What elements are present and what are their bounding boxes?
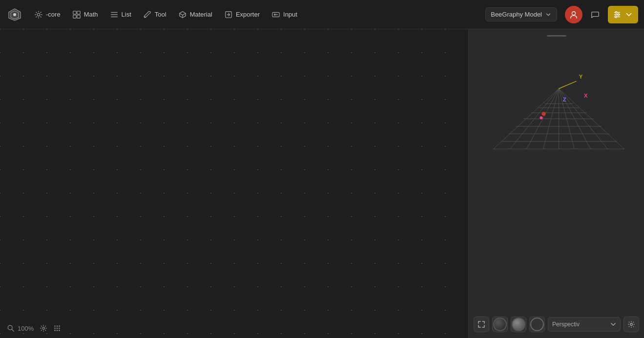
svg-point-25	[54, 325, 56, 327]
svg-point-21	[615, 16, 617, 18]
navbar-right	[565, 6, 638, 23]
input-icon	[271, 10, 280, 19]
zoom-control[interactable]: 100%	[7, 324, 34, 332]
svg-text:Y: Y	[579, 74, 583, 80]
navbar: -core Math List Tool Material	[0, 0, 644, 29]
viewport-separator	[547, 35, 566, 37]
svg-point-3	[37, 13, 40, 16]
grid-settings-button[interactable]	[53, 324, 61, 332]
gear-small-icon	[40, 324, 47, 332]
exporter-icon	[224, 10, 233, 19]
nav-item-material[interactable]: Material	[173, 7, 217, 22]
user-avatar-button[interactable]	[565, 6, 582, 23]
settings-dropdown-button[interactable]	[608, 6, 638, 23]
math-icon	[72, 10, 81, 19]
svg-point-32	[57, 330, 58, 331]
svg-rect-7	[77, 15, 80, 18]
svg-point-31	[54, 330, 56, 331]
viewport-perspective-selector[interactable]: Perspectiv	[548, 317, 621, 332]
nav-item-exporter[interactable]: Exporter	[219, 7, 265, 22]
3d-grid-scene: Y X Z	[483, 59, 634, 169]
svg-point-11	[144, 16, 145, 18]
svg-point-28	[54, 328, 56, 329]
nav-item-core[interactable]: -core	[29, 7, 65, 22]
viewport-3d[interactable]: Y X Z	[469, 29, 644, 338]
svg-point-24	[42, 327, 44, 329]
canvas-settings-button[interactable]	[40, 324, 47, 332]
svg-point-2	[13, 13, 16, 16]
viewport-sphere-wireframe-button[interactable]	[529, 317, 545, 332]
chat-button[interactable]	[586, 6, 604, 23]
fullscreen-icon	[478, 320, 485, 328]
viewport-sphere-solid-button[interactable]	[492, 317, 508, 332]
chevron-down-settings-icon	[624, 10, 633, 19]
material-icon	[178, 10, 187, 19]
svg-point-26	[57, 325, 58, 327]
nav-item-list[interactable]: List	[105, 7, 136, 22]
nav-item-math[interactable]: Math	[67, 7, 103, 22]
nav-item-tool[interactable]: Tool	[138, 7, 171, 22]
tool-icon	[143, 10, 152, 19]
right-panel: Y X Z	[468, 29, 644, 338]
search-icon	[7, 324, 15, 332]
viewport-fullscreen-button[interactable]	[474, 317, 489, 332]
svg-rect-5	[77, 11, 80, 14]
sphere-textured-icon	[512, 318, 525, 331]
settings-icon	[34, 10, 43, 19]
chevron-down-viewport-icon	[610, 321, 616, 327]
svg-text:Z: Z	[563, 97, 566, 102]
svg-point-20	[618, 14, 620, 16]
sliders-icon	[613, 10, 622, 19]
user-icon	[569, 10, 578, 19]
app-logo[interactable]	[6, 6, 23, 23]
svg-point-57	[630, 323, 632, 325]
gear-viewport-icon	[627, 320, 635, 328]
dot-grid-background	[0, 29, 468, 338]
nav-item-input[interactable]: Input	[267, 7, 302, 22]
svg-point-33	[59, 330, 60, 331]
node-editor-canvas[interactable]: 100%	[0, 29, 468, 338]
svg-rect-6	[73, 15, 76, 18]
svg-line-51	[559, 81, 577, 88]
svg-point-27	[59, 325, 60, 327]
svg-point-29	[57, 328, 58, 329]
chat-icon	[591, 10, 600, 19]
sphere-solid-icon	[493, 318, 507, 331]
svg-point-53	[541, 112, 545, 116]
chevron-down-icon	[545, 11, 552, 18]
svg-text:X: X	[584, 93, 588, 99]
svg-rect-4	[73, 11, 76, 14]
model-selector[interactable]: BeeGraphy Model	[485, 7, 557, 21]
svg-point-30	[59, 328, 60, 329]
svg-point-19	[615, 11, 617, 13]
svg-line-23	[12, 329, 14, 331]
sphere-wireframe-icon	[530, 318, 544, 331]
viewport-sphere-textured-button[interactable]	[511, 317, 526, 332]
canvas-bottom-bar: 100%	[0, 318, 292, 338]
svg-point-15	[572, 11, 575, 15]
svg-point-54	[540, 116, 542, 119]
main-content: 100%	[0, 29, 644, 338]
grid-icon	[53, 324, 61, 332]
list-icon	[110, 10, 119, 19]
viewport-gear-button[interactable]	[623, 317, 639, 332]
viewport-controls: Perspectiv	[474, 317, 639, 332]
